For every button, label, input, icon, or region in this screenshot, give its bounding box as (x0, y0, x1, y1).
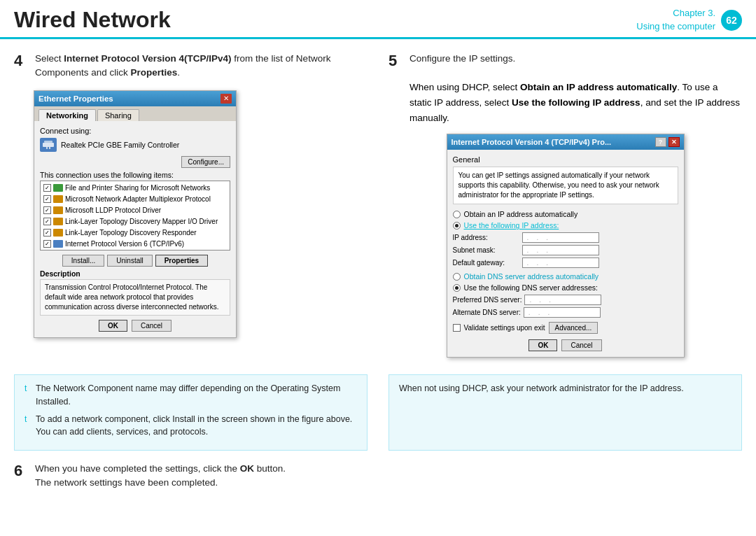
ipv4-close-button[interactable]: ✕ (668, 137, 680, 147)
alternate-dns-input[interactable]: . . . (524, 307, 601, 318)
item-icon (53, 184, 63, 192)
radio-auto-dns[interactable]: Obtain DNS server address automatically (453, 272, 678, 281)
dns-section: Obtain DNS server address automatically … (453, 272, 678, 318)
page-number: 62 (721, 10, 742, 31)
install-row: Install... Uninstall Properties (40, 255, 230, 267)
preferred-dns-input[interactable]: . . . (524, 295, 601, 305)
list-item: Link-Layer Topology Discovery Mapper I/O… (42, 216, 228, 227)
ipv4-cancel-button[interactable]: Cancel (561, 339, 601, 351)
radio-manual-dns-label: Use the following DNS server addresses: (464, 283, 598, 292)
subnet-mask-row: Subnet mask: . . . (453, 245, 678, 255)
install-button[interactable]: Install... (62, 255, 104, 267)
step-6: 6 When you have completed the settings, … (0, 462, 756, 491)
gateway-row: Default gateway: . . . (453, 258, 678, 268)
checkbox[interactable] (43, 206, 51, 214)
tab-sharing[interactable]: Sharing (97, 109, 139, 121)
radio-manual-ip[interactable]: Use the following IP address: (453, 221, 678, 230)
page-title: Wired Network (14, 7, 171, 33)
checkbox[interactable] (43, 240, 51, 248)
step-6-number: 6 (14, 462, 29, 480)
list-item: File and Printer Sharing for Microsoft N… (42, 183, 228, 194)
item-icon (53, 240, 63, 248)
validate-checkbox[interactable] (453, 324, 461, 332)
note-bullet-2: t (24, 413, 31, 439)
notes-section: t The Network Component name may differ … (14, 374, 742, 451)
validate-row: Validate settings upon exit Advanced... (453, 322, 678, 334)
chapter-info: Chapter 3. Using the computer (636, 7, 715, 32)
radio-auto-dns-button[interactable] (453, 273, 461, 281)
ip-address-label: IP address: (453, 234, 519, 241)
step-4-text: Select Internet Protocol Version 4(TCP/I… (35, 52, 368, 80)
step-5-number: 5 (388, 52, 404, 70)
ipv4-info-text: You can get IP settings assigned automat… (453, 167, 678, 204)
svg-rect-3 (49, 147, 50, 149)
advanced-button[interactable]: Advanced... (549, 322, 598, 334)
alternate-dns-row: Alternate DNS server: . . . (453, 307, 678, 318)
ipv4-ok-button[interactable]: OK (528, 339, 557, 351)
radio-auto-dns-label: Obtain DNS server address automatically (464, 272, 599, 281)
adapter-row: Realtek PCIe GBE Family Controller (40, 138, 230, 152)
note-bullet-1: t (24, 382, 31, 409)
checkbox[interactable] (43, 229, 51, 237)
radio-auto-ip[interactable]: Obtain an IP address automatically (453, 210, 678, 218)
network-components-list[interactable]: File and Printer Sharing for Microsoft N… (40, 181, 230, 251)
tab-networking[interactable]: Networking (38, 109, 96, 121)
list-item: Microsoft Network Adapter Multiplexor Pr… (42, 194, 228, 205)
ipv4-title-buttons: ? ✕ (655, 137, 680, 147)
right-column: 5 Configure the IP settings. When using … (388, 52, 742, 367)
ethernet-body: Connect using: Realtek PCIe GBE Family C… (34, 121, 236, 337)
subnet-mask-label: Subnet mask: (453, 246, 519, 254)
checkbox[interactable] (43, 218, 51, 225)
note-item-2: t To add a network component, click Inst… (24, 413, 357, 439)
list-item: Link-Layer Topology Discovery Responder (42, 227, 228, 239)
step-6-text: When you have completed the settings, cl… (35, 462, 286, 491)
ethernet-close-button[interactable]: ✕ (220, 94, 232, 104)
gateway-input[interactable]: . . . (522, 258, 599, 268)
ip-address-input[interactable]: . . . (522, 232, 599, 243)
subnet-mask-input[interactable]: . . . (522, 245, 599, 255)
adapter-icon (40, 138, 57, 152)
ethernet-dialog-title: Ethernet Properties (38, 94, 113, 103)
properties-button[interactable]: Properties (155, 255, 208, 267)
radio-auto-ip-button[interactable] (453, 211, 461, 218)
connect-using-label: Connect using: (40, 127, 230, 135)
preferred-dns-label: Preferred DNS server: (453, 296, 522, 304)
description-text: Transmission Control Protocol/Internet P… (40, 279, 230, 316)
item-icon (53, 229, 63, 237)
item-icon (53, 206, 63, 214)
ok-button[interactable]: OK (99, 320, 127, 332)
cancel-button[interactable]: Cancel (132, 320, 172, 332)
general-label: General (453, 155, 678, 164)
validate-label: Validate settings upon exit (464, 324, 545, 332)
uninstall-button[interactable]: Uninstall (107, 255, 152, 267)
header-right: Chapter 3. Using the computer 62 (636, 7, 742, 32)
gateway-label: Default gateway: (453, 259, 519, 267)
ethernet-tabs: Networking Sharing (34, 106, 236, 121)
list-item-selected[interactable]: Internet Protocol Version 4 (TCP/IPv4) (42, 250, 228, 251)
ipv4-dialog-wrapper: Internet Protocol Version 4 (TCP/IPv4) P… (388, 134, 742, 358)
ipv4-body: General You can get IP settings assigned… (447, 150, 684, 357)
list-item: Microsoft LLDP Protocol Driver (42, 205, 228, 216)
alternate-dns-label: Alternate DNS server: (453, 309, 521, 316)
radio-manual-dns[interactable]: Use the following DNS server addresses: (453, 283, 678, 292)
ipv4-help-button[interactable]: ? (655, 137, 666, 147)
right-note-text: When not using DHCP, ask your network ad… (399, 383, 684, 393)
note-text-2: To add a network component, click Instal… (36, 413, 357, 439)
configure-button[interactable]: Configure... (181, 156, 230, 168)
radio-auto-ip-label: Obtain an IP address automatically (464, 210, 578, 218)
checkbox[interactable] (43, 195, 51, 203)
radio-manual-dns-button[interactable] (453, 284, 461, 292)
ethernet-properties-dialog: Ethernet Properties ✕ Networking Sharing… (34, 90, 237, 338)
step-5: 5 Configure the IP settings. (388, 52, 742, 70)
right-note: When not using DHCP, ask your network ad… (388, 374, 742, 451)
svg-rect-1 (44, 141, 52, 143)
ip-address-row: IP address: . . . (453, 232, 678, 243)
radio-manual-ip-button[interactable] (453, 222, 461, 230)
win-dialog-ethernet: Ethernet Properties ✕ Networking Sharing… (34, 90, 237, 338)
items-label: This connection uses the following items… (40, 171, 230, 179)
radio-manual-ip-label: Use the following IP address: (464, 221, 559, 230)
step-4: 4 Select Internet Protocol Version 4(TCP… (14, 52, 368, 80)
ethernet-titlebar: Ethernet Properties ✕ (34, 91, 236, 106)
checkbox[interactable] (43, 184, 51, 192)
item-icon (53, 218, 63, 225)
